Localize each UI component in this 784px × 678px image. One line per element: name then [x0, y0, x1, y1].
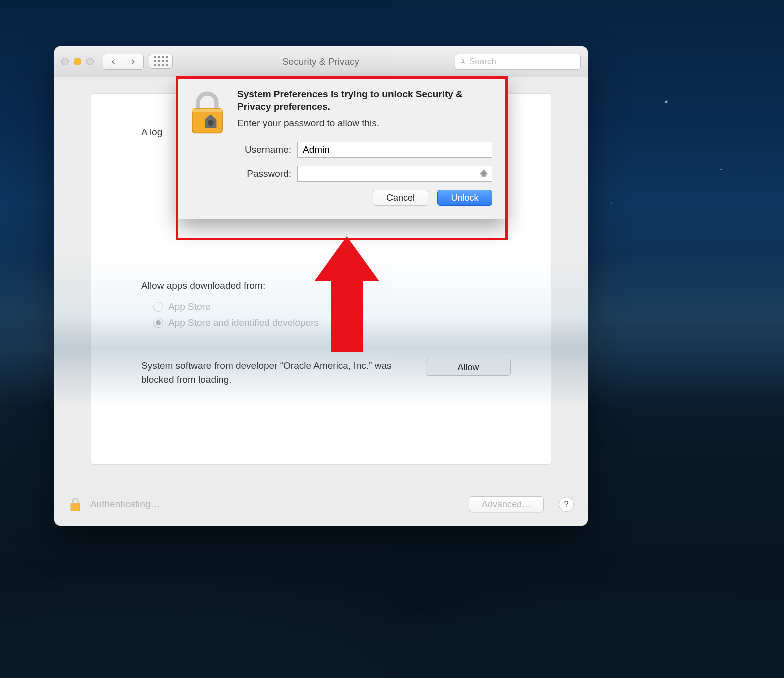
- advanced-button[interactable]: Advanced…: [469, 496, 544, 512]
- radio-icon: [153, 302, 163, 312]
- traffic-lights: [61, 58, 94, 65]
- close-window-button[interactable]: [61, 58, 69, 65]
- window-footer: Authenticating… Advanced… ?: [54, 483, 588, 526]
- allow-button[interactable]: Allow: [426, 359, 511, 376]
- blocked-software-text: System software from developer “Oracle A…: [141, 359, 411, 386]
- grid-icon: [154, 56, 168, 66]
- minimize-window-button[interactable]: [74, 58, 81, 65]
- nav-segmented-control: [103, 54, 144, 70]
- window-titlebar: Security & Privacy: [54, 46, 588, 77]
- annotation-arrow-icon: [314, 236, 379, 352]
- radio-label: App Store: [168, 301, 211, 312]
- zoom-window-button[interactable]: [86, 58, 94, 65]
- help-button[interactable]: ?: [559, 497, 574, 512]
- svg-marker-4: [314, 236, 379, 352]
- desktop-wallpaper: Security & Privacy A log Allow apps down…: [0, 0, 784, 678]
- search-input[interactable]: [469, 57, 575, 67]
- chevron-right-icon: [130, 58, 137, 65]
- show-all-button[interactable]: [149, 54, 173, 69]
- search-icon: [460, 58, 465, 65]
- radio-icon-selected: [153, 318, 163, 328]
- nav-toolbar: [103, 54, 173, 70]
- auth-status-text: Authenticating…: [90, 499, 160, 510]
- preferences-window: Security & Privacy A log Allow apps down…: [54, 46, 588, 526]
- blocked-software-row: System software from developer “Oracle A…: [141, 359, 511, 386]
- radio-label: App Store and identified developers: [168, 317, 319, 328]
- back-button[interactable]: [103, 54, 123, 69]
- lock-icon[interactable]: [68, 497, 82, 512]
- chevron-left-icon: [110, 58, 117, 65]
- forward-button[interactable]: [123, 54, 143, 69]
- padlock-icon: [68, 497, 82, 512]
- search-field[interactable]: [455, 54, 581, 70]
- annotation-highlight-box: [176, 76, 508, 240]
